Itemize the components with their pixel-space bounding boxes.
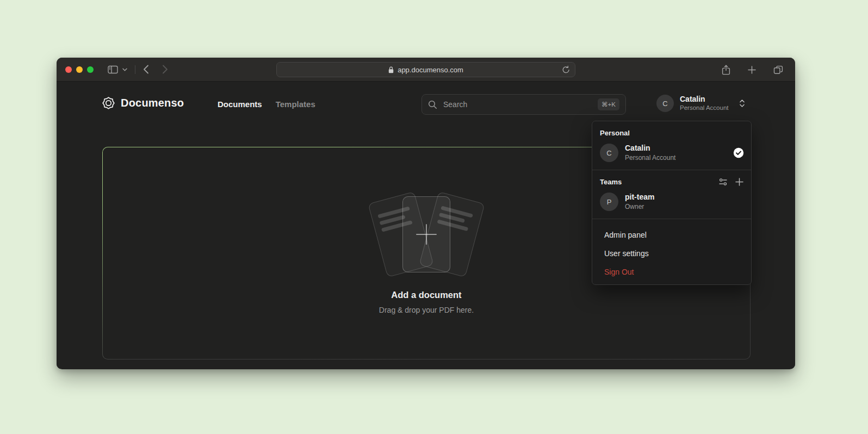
personal-account-text: Catalin Personal Account bbox=[625, 144, 675, 162]
documenso-logo-icon bbox=[102, 97, 115, 109]
menu-divider bbox=[592, 219, 751, 219]
teams-section-header: Teams bbox=[592, 177, 751, 191]
url-text: app.documenso.com bbox=[398, 66, 463, 74]
create-team-plus-icon[interactable] bbox=[735, 178, 743, 186]
account-text: Catalin Personal Account bbox=[680, 95, 729, 112]
close-window-button[interactable] bbox=[65, 66, 72, 73]
back-icon[interactable] bbox=[141, 63, 151, 76]
personal-label: Personal bbox=[600, 129, 630, 137]
share-icon[interactable] bbox=[720, 63, 733, 77]
reload-icon[interactable] bbox=[562, 65, 570, 75]
check-circle-icon bbox=[733, 147, 744, 158]
document-cards-illustration bbox=[361, 193, 492, 276]
team-avatar: P bbox=[600, 193, 618, 211]
toolbar-right-controls bbox=[720, 58, 785, 82]
nav-templates[interactable]: Templates bbox=[276, 100, 315, 109]
empty-state-title: Add a document bbox=[391, 290, 461, 300]
forward-icon[interactable] bbox=[160, 63, 170, 76]
search-input[interactable] bbox=[442, 100, 598, 109]
zoom-window-button[interactable] bbox=[87, 66, 94, 73]
account-name: Catalin bbox=[680, 95, 729, 104]
menu-item-user-settings[interactable]: User settings bbox=[592, 244, 751, 263]
traffic-lights bbox=[65, 66, 94, 73]
team-name: pit-team bbox=[625, 193, 654, 202]
personal-section-header: Personal bbox=[592, 128, 751, 142]
address-bar[interactable]: app.documenso.com bbox=[276, 62, 575, 77]
sidebar-toggle-icon[interactable] bbox=[106, 63, 120, 76]
toolbar-left-controls bbox=[106, 63, 170, 76]
team-role: Owner bbox=[625, 203, 654, 211]
search-icon bbox=[428, 100, 437, 109]
documenso-logo-home-link[interactable]: Documenso bbox=[102, 97, 184, 109]
search-shortcut-badge: ⌘+K bbox=[598, 98, 619, 110]
empty-state-subtitle: Drag & drop your PDF here. bbox=[379, 306, 474, 314]
personal-account-item[interactable]: C Catalin Personal Account bbox=[592, 142, 751, 170]
nav-documents[interactable]: Documents bbox=[218, 100, 262, 109]
teams-header-icons bbox=[719, 178, 743, 186]
sidebar-chevron-down-icon[interactable] bbox=[120, 66, 129, 73]
menu-divider bbox=[592, 170, 751, 170]
search-bar[interactable]: ⌘+K bbox=[421, 94, 626, 115]
account-menu-trigger[interactable]: C Catalin Personal Account bbox=[656, 95, 745, 112]
plus-icon bbox=[414, 222, 439, 247]
browser-toolbar: app.documenso.com bbox=[57, 58, 795, 82]
new-tab-plus-icon[interactable] bbox=[746, 64, 758, 76]
personal-account-name: Catalin bbox=[625, 144, 675, 153]
lock-icon bbox=[388, 66, 394, 73]
main-nav: Documents Templates bbox=[218, 100, 315, 109]
personal-avatar: C bbox=[600, 144, 618, 162]
account-avatar: C bbox=[656, 95, 674, 112]
add-document-card bbox=[402, 196, 450, 272]
team-text: pit-team Owner bbox=[625, 193, 654, 211]
minimize-window-button[interactable] bbox=[76, 66, 83, 73]
documenso-app-page: Documenso Documents Templates ⌘+K C Cata… bbox=[57, 82, 795, 369]
account-subtitle: Personal Account bbox=[680, 104, 729, 112]
team-item[interactable]: P pit-team Owner bbox=[592, 191, 751, 219]
chevrons-up-down-icon bbox=[739, 99, 745, 108]
menu-item-sign-out[interactable]: Sign Out bbox=[592, 263, 751, 281]
browser-window: app.documenso.com bbox=[57, 58, 795, 369]
account-dropdown-menu: Personal C Catalin Personal Account Team… bbox=[592, 121, 752, 285]
toolbar-separator bbox=[135, 65, 135, 74]
manage-teams-sliders-icon[interactable] bbox=[719, 178, 727, 186]
tab-overview-icon[interactable] bbox=[771, 63, 785, 77]
personal-account-subtitle: Personal Account bbox=[625, 154, 675, 162]
teams-label: Teams bbox=[600, 178, 622, 186]
brand-name: Documenso bbox=[121, 97, 184, 109]
menu-item-admin-panel[interactable]: Admin panel bbox=[592, 226, 751, 244]
